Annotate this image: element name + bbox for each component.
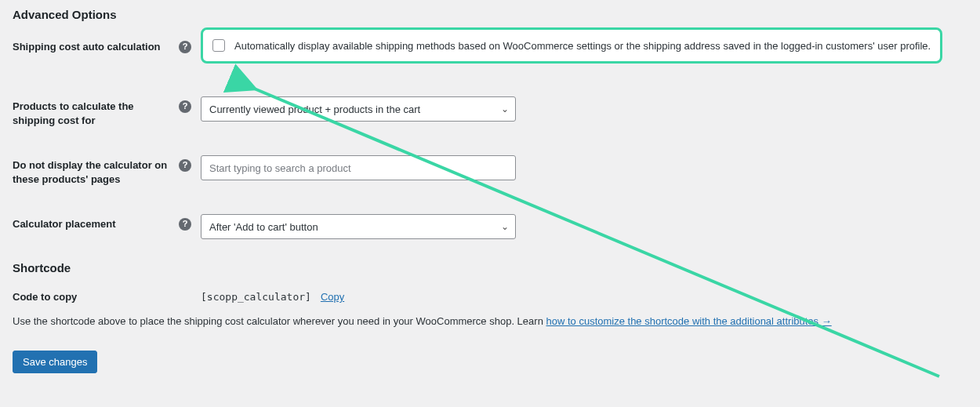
help-icon[interactable]: ? <box>179 159 191 172</box>
products-calc-selected: Currently viewed product + products in t… <box>209 104 420 115</box>
code-label: Code to copy <box>13 290 179 304</box>
copy-link[interactable]: Copy <box>321 291 344 303</box>
auto-calc-label: Shipping cost auto calculation <box>13 37 179 54</box>
products-calc-label: Products to calculate the shipping cost … <box>13 96 179 127</box>
placement-select[interactable]: After 'Add to cart' button ⌄ <box>201 214 516 239</box>
auto-calc-checkbox[interactable] <box>212 39 225 52</box>
shortcode-help-pre: Use the shortcode above to place the shi… <box>13 315 546 327</box>
shortcode-heading: Shortcode <box>13 260 964 276</box>
highlighted-setting-box: Automatically display available shipping… <box>201 27 942 64</box>
help-icon[interactable]: ? <box>179 41 191 53</box>
exclude-label: Do not display the calculator on these p… <box>13 155 179 186</box>
products-calc-select[interactable]: Currently viewed product + products in t… <box>201 96 516 122</box>
exclude-products-input[interactable] <box>201 155 516 180</box>
auto-calc-description: Automatically display available shipping… <box>234 40 931 52</box>
help-icon[interactable]: ? <box>179 100 191 113</box>
advanced-options-heading: Advanced Options <box>13 6 964 23</box>
placement-selected: After 'Add to cart' button <box>209 221 318 233</box>
shortcode-text: [scopp_calculator] <box>201 291 311 303</box>
chevron-down-icon: ⌄ <box>501 221 509 232</box>
customize-shortcode-link[interactable]: how to customize the shortcode with the … <box>546 315 831 327</box>
shortcode-help-line: Use the shortcode above to place the shi… <box>13 315 964 327</box>
chevron-down-icon: ⌄ <box>501 104 509 114</box>
placement-label: Calculator placement <box>13 214 179 231</box>
save-button[interactable]: Save changes <box>13 351 97 373</box>
help-icon[interactable]: ? <box>179 218 191 231</box>
